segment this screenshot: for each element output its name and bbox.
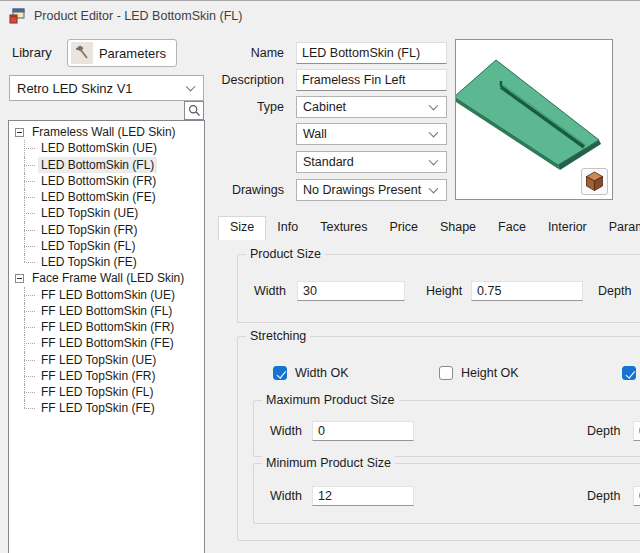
product-width-input[interactable] bbox=[297, 281, 405, 301]
tree-item-label: LED BottomSkin (UE) bbox=[38, 140, 160, 156]
tree-item-label: FF LED TopSkin (UE) bbox=[38, 352, 159, 368]
tab-label: Textures bbox=[320, 220, 367, 234]
cube-icon bbox=[585, 171, 604, 192]
product-size-title: Product Size bbox=[246, 247, 325, 261]
tree-item[interactable]: FF LED TopSkin (FE) bbox=[9, 400, 204, 416]
tree-item[interactable]: LED TopSkin (FL) bbox=[9, 238, 204, 254]
tree-item[interactable]: Face Frame Wall (LED Skin) bbox=[9, 270, 204, 286]
collapse-icon[interactable] bbox=[15, 274, 24, 283]
drawings-label: Drawings bbox=[214, 179, 290, 201]
product-preview-viewport[interactable] bbox=[455, 39, 613, 200]
width-label: Width bbox=[270, 421, 302, 441]
product-editor-window: Product Editor - LED BottomSkin (FL) Lib… bbox=[0, 0, 640, 553]
drawings-select-value: No Drawings Present bbox=[303, 183, 421, 197]
tab-label: Shape bbox=[440, 220, 476, 234]
category-select[interactable]: Wall bbox=[296, 123, 447, 145]
tab-label: Size bbox=[230, 220, 254, 234]
collapse-icon[interactable] bbox=[15, 128, 24, 137]
window-title: Product Editor - LED BottomSkin (FL) bbox=[34, 9, 242, 23]
minimum-depth-input[interactable] bbox=[633, 486, 640, 506]
tab-label: Price bbox=[389, 220, 417, 234]
drawings-select[interactable]: No Drawings Present bbox=[296, 179, 447, 201]
tab-label: Face bbox=[498, 220, 526, 234]
tab[interactable]: Interior bbox=[537, 216, 598, 240]
tree-item[interactable]: FF LED TopSkin (FR) bbox=[9, 368, 204, 384]
title-bar: Product Editor - LED BottomSkin (FL) bbox=[0, 1, 640, 31]
tree-item-label: LED TopSkin (UE) bbox=[38, 205, 141, 221]
tab[interactable]: Info bbox=[266, 216, 309, 240]
library-select[interactable]: Retro LED Skinz V1 bbox=[9, 75, 204, 101]
minimum-product-size-title: Minimum Product Size bbox=[262, 456, 395, 470]
tree-item[interactable]: FF LED TopSkin (UE) bbox=[9, 352, 204, 368]
type-select-value: Cabinet bbox=[303, 100, 346, 114]
tab-label: Parameters bbox=[609, 220, 640, 234]
tree-item[interactable]: LED TopSkin (FE) bbox=[9, 254, 204, 270]
tree-item-label: FF LED BottomSkin (FE) bbox=[38, 335, 177, 351]
tree-item-label: FF LED TopSkin (FE) bbox=[38, 400, 158, 416]
type-select[interactable]: Cabinet bbox=[296, 96, 447, 118]
product-height-input[interactable] bbox=[471, 281, 583, 301]
tree-item-label: FF LED BottomSkin (FR) bbox=[38, 319, 177, 335]
tree-item-label: LED BottomSkin (FE) bbox=[38, 189, 159, 205]
chevron-down-icon bbox=[429, 184, 439, 194]
standard-select[interactable]: Standard bbox=[296, 151, 447, 173]
standard-select-value: Standard bbox=[303, 155, 354, 169]
tree-item-label: FF LED BottomSkin (UE) bbox=[38, 287, 178, 303]
tree-item[interactable]: LED TopSkin (UE) bbox=[9, 205, 204, 221]
checkbox-icon bbox=[439, 366, 453, 380]
tree-item-label: Frameless Wall (LED Skin) bbox=[29, 124, 179, 140]
hammer-icon bbox=[71, 42, 93, 64]
tree-item-label: FF LED BottomSkin (FL) bbox=[38, 303, 175, 319]
tab-label: Interior bbox=[548, 220, 587, 234]
name-input[interactable] bbox=[296, 42, 447, 64]
tab[interactable]: Face bbox=[487, 216, 537, 240]
tab[interactable]: Textures bbox=[309, 216, 378, 240]
maximum-depth-input[interactable] bbox=[633, 421, 640, 441]
tree-item[interactable]: LED BottomSkin (FL) bbox=[9, 157, 204, 173]
tree-item-label: Face Frame Wall (LED Skin) bbox=[29, 270, 187, 286]
maximum-width-input[interactable] bbox=[312, 421, 414, 441]
type-label: Type bbox=[214, 96, 290, 118]
depth-label: Depth bbox=[598, 281, 631, 301]
depth-ok-checkbox[interactable]: D bbox=[622, 365, 640, 381]
stretching-title: Stretching bbox=[246, 329, 310, 343]
search-button[interactable] bbox=[184, 101, 204, 120]
width-ok-label: Width OK bbox=[295, 366, 349, 380]
tree-item[interactable]: Frameless Wall (LED Skin) bbox=[9, 124, 204, 140]
tree-item-label: FF LED TopSkin (FL) bbox=[38, 384, 156, 400]
checkbox-icon bbox=[622, 366, 636, 380]
tree-item-label: LED BottomSkin (FL) bbox=[38, 157, 157, 173]
minimum-width-input[interactable] bbox=[312, 486, 414, 506]
library-tree: Frameless Wall (LED Skin) LED BottomSkin… bbox=[8, 120, 205, 553]
chevron-down-icon bbox=[186, 82, 196, 92]
height-ok-checkbox[interactable]: Height OK bbox=[439, 365, 519, 381]
tree-item[interactable]: LED BottomSkin (UE) bbox=[9, 140, 204, 156]
description-input[interactable] bbox=[296, 69, 447, 91]
name-label: Name bbox=[214, 42, 290, 64]
product-size-group: Product Size Width Height Depth bbox=[237, 254, 640, 323]
view-cube-button[interactable] bbox=[581, 168, 608, 195]
checkbox-icon bbox=[273, 366, 287, 380]
tree-item-label: LED TopSkin (FR) bbox=[38, 222, 140, 238]
tree-item-label: LED BottomSkin (FR) bbox=[38, 173, 159, 189]
tree-item[interactable]: FF LED BottomSkin (FL) bbox=[9, 303, 204, 319]
tab-label: Info bbox=[277, 220, 298, 234]
tab[interactable]: Parameters bbox=[598, 216, 640, 240]
chevron-down-icon bbox=[429, 101, 439, 111]
tab[interactable]: Price bbox=[378, 216, 428, 240]
tree-item[interactable]: FF LED BottomSkin (UE) bbox=[9, 287, 204, 303]
tab[interactable]: Size bbox=[218, 216, 266, 240]
parameters-button[interactable]: Parameters bbox=[67, 39, 177, 67]
tree-item[interactable]: LED TopSkin (FR) bbox=[9, 222, 204, 238]
tree-item[interactable]: FF LED BottomSkin (FE) bbox=[9, 335, 204, 351]
category-select-value: Wall bbox=[303, 127, 327, 141]
tree-item[interactable]: LED BottomSkin (FR) bbox=[9, 173, 204, 189]
library-select-value: Retro LED Skinz V1 bbox=[17, 81, 133, 96]
library-label: Library bbox=[12, 45, 52, 60]
tree-item[interactable]: FF LED TopSkin (FL) bbox=[9, 384, 204, 400]
tree-item[interactable]: FF LED BottomSkin (FR) bbox=[9, 319, 204, 335]
tab[interactable]: Shape bbox=[429, 216, 487, 240]
width-ok-checkbox[interactable]: Width OK bbox=[273, 365, 349, 381]
search-icon bbox=[188, 104, 201, 117]
tree-item[interactable]: LED BottomSkin (FE) bbox=[9, 189, 204, 205]
